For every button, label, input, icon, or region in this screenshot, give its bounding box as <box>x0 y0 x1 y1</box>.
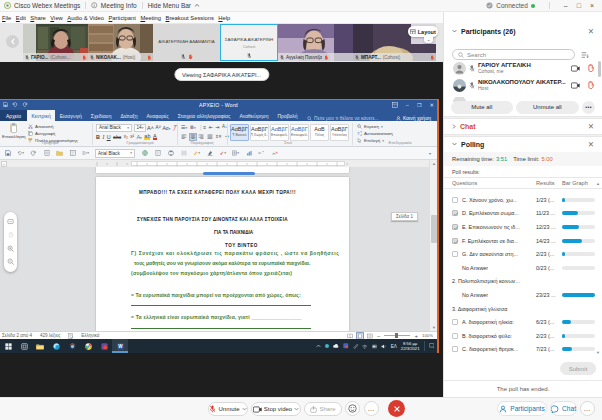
change-case-button[interactable]: Αα▾ <box>163 125 171 131</box>
qat-overflow-button[interactable]: ▾ <box>429 151 433 156</box>
find-button[interactable]: Εύρεση▾ <box>357 124 383 129</box>
layout-chevron-button[interactable]: ⌄ <box>424 36 433 43</box>
status-language[interactable]: Ελληνικά <box>81 333 99 338</box>
share-button[interactable]: Share <box>304 402 342 416</box>
ribbon-display-options-icon[interactable] <box>392 102 398 108</box>
menu-item[interactable]: View <box>50 15 62 21</box>
fit-to-window-icon[interactable] <box>7 218 14 225</box>
hide-menu-bar-button[interactable]: Hide Menu Bar <box>148 2 200 9</box>
qat-icon-18[interactable] <box>271 150 278 157</box>
poll-checkbox[interactable] <box>452 333 458 339</box>
align-center-icon[interactable] <box>190 134 196 140</box>
chat-header[interactable]: Chat ✕ <box>444 119 602 133</box>
qat-icon-5[interactable] <box>69 150 76 157</box>
participants-toggle-button[interactable]: Participants <box>497 401 547 416</box>
video-on-icon[interactable] <box>571 82 580 89</box>
word-close-button[interactable]: ✕ <box>429 102 434 108</box>
word-taskbar-icon[interactable]: W <box>112 339 128 353</box>
cut-button[interactable]: Αποκοπή <box>28 124 53 129</box>
more-options-button[interactable]: … <box>364 401 379 416</box>
shrink-font-button[interactable]: A˅ <box>155 125 161 130</box>
status-word-count[interactable]: 429 λέξεις <box>40 333 60 338</box>
word-tab[interactable]: Προβολή <box>273 110 302 121</box>
poll-checkbox[interactable] <box>452 251 458 257</box>
poll-checkbox[interactable] <box>452 346 458 352</box>
taskbar-clock[interactable]: 8:56 μμ22/3/2021 <box>401 341 420 352</box>
minimize-button[interactable]: – <box>564 2 568 9</box>
zoom-in-button[interactable]: + <box>414 333 418 339</box>
notification-center-icon[interactable] <box>429 343 435 349</box>
qat-icon-8[interactable] <box>141 150 148 157</box>
menu-item[interactable]: Edit <box>16 15 26 21</box>
menu-item[interactable]: Audio & Video <box>67 15 104 21</box>
poll-option-row[interactable]: D. Εμπλέκονται σωμα...11/23 ... <box>444 207 602 221</box>
video-on-icon[interactable] <box>571 65 580 72</box>
poll-option-row[interactable]: B. διαφορετικό φύλο:2/23 (... <box>444 329 602 343</box>
decrease-indent-button[interactable]: ⇤ <box>209 124 213 130</box>
proofing-icon[interactable] <box>68 333 73 339</box>
submit-button[interactable]: Submit <box>560 362 596 375</box>
grow-font-button[interactable]: A˄ <box>147 125 154 131</box>
poll-checkbox[interactable] <box>452 238 458 244</box>
polling-header[interactable]: Polling ✕ <box>444 137 602 151</box>
avatar-tile-adamantia[interactable]: ΑΙΚΑΤΕΡΙΝΙΔΗ ΑΔΑΜΑΝΤΙΑ <box>153 24 220 61</box>
video-tile-3[interactable]: Αγγελικη Πουντζα <box>278 24 353 61</box>
paste-button[interactable]: Επικόλληση <box>2 123 25 139</box>
poll-option-row[interactable]: C. Χάνουν χρόνο, χω...1/23 (... <box>444 193 602 207</box>
word-tab[interactable]: Αναθεώρηση <box>235 110 273 121</box>
word-tab[interactable]: Στοιχεία αλληλογραφίας <box>173 110 235 121</box>
zoom-in-icon[interactable] <box>7 245 15 253</box>
zoom-out-icon[interactable] <box>7 258 15 266</box>
poll-scroll-down-arrow[interactable]: ▼ <box>596 350 600 355</box>
poll-checkbox[interactable] <box>452 197 458 203</box>
text-effects-button[interactable]: A▾ <box>136 134 141 140</box>
qat-icon-1[interactable]: ▾ <box>17 150 24 157</box>
qat-icon-4[interactable] <box>56 150 63 157</box>
edge-icon[interactable] <box>48 339 64 353</box>
qat-font-combobox[interactable]: Arial Black▾ <box>95 149 135 158</box>
file-explorer-icon[interactable] <box>32 339 48 353</box>
scroll-down-arrow[interactable]: ▼ <box>430 325 438 330</box>
menu-item[interactable]: Breakout Sessions <box>166 15 214 21</box>
tray-pen-icon[interactable] <box>353 343 359 349</box>
video-tile-2[interactable]: ΝΙΚΟΛΑΚ... (Host) <box>88 24 153 61</box>
menu-item[interactable]: Share <box>30 15 45 21</box>
word-tab[interactable]: Εισαγωγή <box>55 110 86 121</box>
style-card[interactable]: ΑαΒβΓγΔΥπότιτλος <box>330 124 349 141</box>
italic-button[interactable]: I <box>102 134 104 140</box>
menu-item[interactable]: File <box>2 15 11 21</box>
participants-search-input[interactable]: Search <box>452 49 575 60</box>
close-button[interactable]: × <box>590 2 594 9</box>
browser-circle-icon[interactable] <box>64 339 80 353</box>
word-tab[interactable]: Αρχείο <box>0 110 27 121</box>
font-name-combobox[interactable]: Arial Black▾ <box>96 124 132 132</box>
zoom-slider[interactable] <box>384 335 410 336</box>
highlight-button[interactable]: ab <box>144 134 150 140</box>
participants-more-button[interactable]: ••• <box>582 101 595 114</box>
poll-scroll-up-arrow[interactable]: ▲ <box>596 181 600 186</box>
bullets-button[interactable]: ☰▾ <box>181 124 187 130</box>
tray-cloud-icon[interactable] <box>333 344 339 349</box>
unmute-all-button[interactable]: Unmute all <box>516 101 580 114</box>
qat-icon-2[interactable] <box>30 150 37 157</box>
document-scrollbar[interactable]: ▲ ▼ <box>429 160 437 331</box>
font-color-button[interactable]: A <box>153 134 157 140</box>
video-tile-1[interactable]: ΓΑΡΙΟ... (Cohost... <box>23 24 88 61</box>
qat-icon-13[interactable] <box>206 150 213 157</box>
poll-option-row[interactable]: F. Εμπλέκονται σε δια...14/23 ... <box>444 234 602 248</box>
qat-icon-16[interactable] <box>245 150 252 157</box>
poll-checkbox[interactable] <box>452 319 458 325</box>
sort-participants-icon[interactable] <box>581 51 589 59</box>
menu-item[interactable]: Participant <box>108 15 135 21</box>
avatar-tile-safarika-active-speaker[interactable]: ΣΑΦΑΡΙΚΑ ΑΙΚΑΤΕΡΙΝΗ Cohost <box>220 24 278 61</box>
reactions-button[interactable] <box>345 401 360 416</box>
poll-question-row[interactable]: 2. Πολυπολιτισμική κοινων... <box>444 275 602 289</box>
qat-icon-12[interactable]: ▾ <box>193 150 200 157</box>
qat-icon-11[interactable] <box>180 150 187 157</box>
word-tab[interactable]: Διάταξη <box>116 110 142 121</box>
superscript-button[interactable]: x² <box>130 134 134 139</box>
maximize-button[interactable]: □ <box>577 2 581 9</box>
numbering-button[interactable]: ≣▾ <box>190 124 196 130</box>
replace-button[interactable]: Αντικατάσταση <box>357 131 393 136</box>
poll-option-row[interactable]: G. Δεν ασκούνται στη...2/23 (... <box>444 247 602 261</box>
